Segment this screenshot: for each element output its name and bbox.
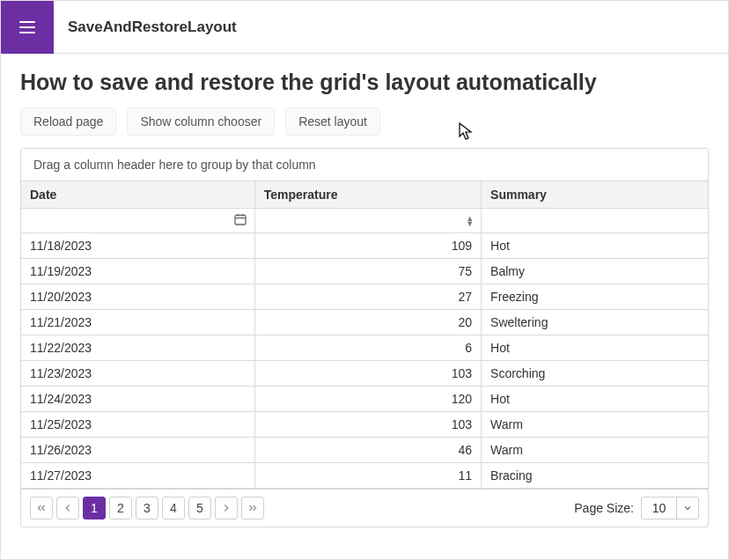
menu-button[interactable]: [1, 1, 54, 54]
cell-summary: Hot: [482, 335, 708, 361]
column-header-temperature[interactable]: Temperature: [254, 181, 481, 209]
cell-temperature: 103: [254, 361, 481, 387]
cell-temperature: 27: [254, 284, 481, 310]
cell-date: 11/27/2023: [21, 463, 254, 489]
chevron-left-icon: [62, 502, 74, 514]
chevron-double-left-icon: [35, 502, 48, 514]
pager-page-4[interactable]: 4: [162, 497, 185, 519]
top-bar: SaveAndRestoreLayout: [1, 1, 728, 54]
cell-date: 11/22/2023: [21, 335, 254, 361]
table-row[interactable]: 11/26/202346Warm: [21, 438, 708, 463]
cell-temperature: 120: [254, 387, 481, 412]
table-row[interactable]: 11/25/2023103Warm: [21, 412, 708, 438]
pager-last-button[interactable]: [241, 497, 264, 519]
pager: 12345 Page Size: 10: [21, 489, 708, 527]
cell-temperature: 46: [254, 438, 481, 463]
table-row[interactable]: 11/27/202311Bracing: [21, 463, 708, 489]
pager-page-5[interactable]: 5: [188, 497, 211, 519]
table-row[interactable]: 11/20/202327Freezing: [21, 284, 708, 310]
cell-date: 11/23/2023: [21, 361, 254, 387]
filter-cell-temperature[interactable]: ▲ ▼: [254, 209, 481, 233]
cell-temperature: 109: [254, 233, 481, 259]
page-size: Page Size: 10: [574, 497, 699, 519]
pager-page-1[interactable]: 1: [83, 497, 106, 519]
svg-rect-3: [235, 215, 246, 225]
reload-page-button[interactable]: Reload page: [20, 107, 116, 136]
page-buttons: 12345: [30, 497, 264, 519]
cell-temperature: 11: [254, 463, 481, 489]
chevron-down-icon: [682, 503, 693, 513]
cell-date: 11/21/2023: [21, 310, 254, 335]
cell-summary: Bracing: [482, 463, 708, 489]
cell-summary: Scorching: [482, 361, 708, 387]
pager-prev-button[interactable]: [56, 497, 79, 519]
pager-page-2[interactable]: 2: [109, 497, 132, 519]
page-size-value: 10: [642, 497, 677, 519]
hamburger-icon: [17, 17, 38, 38]
cell-date: 11/18/2023: [21, 233, 254, 259]
column-header-summary[interactable]: Summary: [482, 181, 708, 209]
table-row[interactable]: 11/19/202375Balmy: [21, 259, 708, 284]
cell-summary: Freezing: [482, 284, 708, 310]
table-row[interactable]: 11/18/2023109Hot: [21, 233, 708, 259]
cell-summary: Hot: [482, 387, 708, 412]
calendar-icon[interactable]: [233, 212, 247, 229]
cell-temperature: 20: [254, 310, 481, 335]
cell-date: 11/20/2023: [21, 284, 254, 310]
data-grid: Drag a column header here to group by th…: [20, 148, 709, 527]
chevron-double-right-icon: [247, 502, 259, 514]
cell-summary: Sweltering: [482, 310, 708, 335]
cell-temperature: 103: [254, 412, 481, 438]
toolbar: Reload page Show column chooser Reset la…: [20, 107, 709, 136]
pager-page-3[interactable]: 3: [136, 497, 158, 519]
filter-cell-summary[interactable]: [482, 209, 708, 233]
page-size-label: Page Size:: [574, 501, 634, 515]
reset-layout-button[interactable]: Reset layout: [285, 107, 380, 136]
chevron-down-icon[interactable]: ▼: [466, 221, 474, 226]
filter-cell-date[interactable]: [21, 209, 254, 233]
table-row[interactable]: 11/21/202320Sweltering: [21, 310, 708, 335]
cell-temperature: 75: [254, 259, 481, 284]
table-row[interactable]: 11/24/2023120Hot: [21, 387, 708, 412]
page-title: How to save and restore the grid's layou…: [20, 70, 709, 95]
app-title: SaveAndRestoreLayout: [54, 18, 237, 36]
group-panel[interactable]: Drag a column header here to group by th…: [21, 149, 708, 181]
cell-date: 11/24/2023: [21, 387, 254, 412]
cell-date: 11/25/2023: [21, 412, 254, 438]
cell-summary: Hot: [482, 233, 708, 259]
cell-summary: Balmy: [482, 259, 708, 284]
cell-date: 11/26/2023: [21, 438, 254, 463]
cell-summary: Warm: [482, 438, 708, 463]
pager-first-button[interactable]: [30, 497, 53, 519]
chevron-right-icon: [220, 502, 232, 514]
spin-buttons[interactable]: ▲ ▼: [466, 216, 474, 226]
pager-next-button[interactable]: [215, 497, 238, 519]
cell-date: 11/19/2023: [21, 259, 254, 284]
page-size-select[interactable]: 10: [641, 497, 699, 519]
cell-summary: Warm: [482, 412, 708, 438]
column-header-date[interactable]: Date: [21, 181, 254, 209]
cell-temperature: 6: [254, 335, 481, 361]
show-column-chooser-button[interactable]: Show column chooser: [127, 107, 275, 136]
page-size-dropdown-button[interactable]: [677, 497, 698, 519]
table-row[interactable]: 11/22/20236Hot: [21, 335, 708, 361]
table-row[interactable]: 11/23/2023103Scorching: [21, 361, 708, 387]
